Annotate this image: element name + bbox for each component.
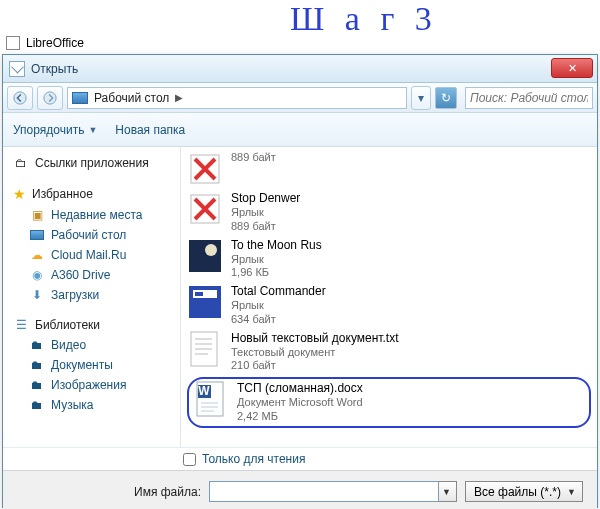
file-name: Total Commander bbox=[231, 284, 326, 299]
search-input[interactable] bbox=[470, 91, 588, 105]
organize-menu[interactable]: Упорядочить ▼ bbox=[13, 123, 97, 137]
file-name: ТСП (сломанная).docx bbox=[237, 381, 363, 396]
file-size: 210 байт bbox=[231, 359, 399, 373]
sidebar-item-label: Загрузки bbox=[51, 288, 99, 302]
file-size: 889 байт bbox=[231, 151, 276, 165]
documents-icon: 🖿 bbox=[29, 358, 45, 372]
filename-input[interactable] bbox=[209, 481, 439, 502]
sidebar: 🗀 Ссылки приложения ★ Избранное ▣Недавни… bbox=[3, 147, 181, 447]
music-icon: 🖿 bbox=[29, 398, 45, 412]
organize-label: Упорядочить bbox=[13, 123, 84, 137]
list-item[interactable]: Total CommanderЯрлык634 байт bbox=[187, 282, 591, 329]
file-size: 2,42 МБ bbox=[237, 410, 363, 424]
file-name: To the Moon Rus bbox=[231, 238, 322, 253]
svg-point-1 bbox=[44, 91, 56, 103]
new-folder-button[interactable]: Новая папка bbox=[115, 123, 185, 137]
txt-icon bbox=[187, 331, 223, 367]
chevron-right-icon: ▶ bbox=[175, 92, 183, 103]
sidebar-item-recent[interactable]: ▣Недавние места bbox=[7, 205, 176, 225]
svg-point-0 bbox=[14, 91, 26, 103]
sidebar-item-desktop[interactable]: Рабочий стол bbox=[7, 225, 176, 245]
word-icon: W bbox=[193, 381, 229, 417]
list-item[interactable]: To the Moon RusЯрлык1,96 КБ bbox=[187, 236, 591, 283]
sidebar-item-documents[interactable]: 🖿Документы bbox=[7, 355, 176, 375]
sidebar-item-label: Недавние места bbox=[51, 208, 142, 222]
svg-point-5 bbox=[205, 244, 217, 256]
sidebar-item-label: A360 Drive bbox=[51, 268, 110, 282]
chevron-down-icon: ▼ bbox=[442, 487, 451, 497]
nav-forward-button[interactable] bbox=[37, 86, 63, 110]
open-file-dialog: Открыть ✕ Рабочий стол ▶ ▾ ↻ Упорядочить… bbox=[2, 54, 598, 508]
breadcrumb-text: Рабочий стол bbox=[94, 91, 169, 105]
sidebar-item-label: Cloud Mail.Ru bbox=[51, 248, 126, 262]
readonly-label: Только для чтения bbox=[202, 452, 305, 466]
star-icon: ★ bbox=[13, 186, 26, 202]
recent-icon: ▣ bbox=[29, 208, 45, 222]
file-type: Ярлык bbox=[231, 253, 322, 267]
new-folder-label: Новая папка bbox=[115, 123, 185, 137]
sidebar-item-music[interactable]: 🖿Музыка bbox=[7, 395, 176, 415]
sidebar-item-downloads[interactable]: ⬇Загрузки bbox=[7, 285, 176, 305]
shortcut-icon bbox=[187, 191, 223, 227]
file-name: Новый текстовый документ.txt bbox=[231, 331, 399, 346]
chevron-down-icon: ▼ bbox=[567, 487, 576, 497]
toolbar: Упорядочить ▼ Новая папка bbox=[3, 113, 597, 147]
file-list[interactable]: 889 байт Stop DenwerЯрлык889 байт To the… bbox=[181, 147, 597, 447]
file-type: Ярлык bbox=[231, 206, 300, 220]
dialog-title: Открыть bbox=[31, 62, 78, 76]
downloads-icon: ⬇ bbox=[29, 288, 45, 302]
dialog-icon bbox=[9, 61, 25, 77]
video-icon: 🖿 bbox=[29, 338, 45, 352]
totalcmd-icon bbox=[187, 284, 223, 320]
sidebar-item-images[interactable]: 🖿Изображения bbox=[7, 375, 176, 395]
readonly-checkbox-row: Только для чтения bbox=[3, 447, 597, 470]
breadcrumb-history-button[interactable]: ▾ bbox=[411, 86, 431, 110]
file-type: Ярлык bbox=[231, 299, 326, 313]
shortcut-icon bbox=[187, 151, 223, 187]
dialog-body: 🗀 Ссылки приложения ★ Избранное ▣Недавни… bbox=[3, 147, 597, 447]
file-name: Stop Denwer bbox=[231, 191, 300, 206]
filename-history-button[interactable]: ▼ bbox=[439, 481, 457, 502]
search-box[interactable] bbox=[465, 87, 593, 109]
readonly-checkbox[interactable] bbox=[183, 453, 196, 466]
file-type-filter[interactable]: Все файлы (*.*) ▼ bbox=[465, 481, 583, 502]
game-icon bbox=[187, 238, 223, 274]
refresh-button[interactable]: ↻ bbox=[435, 87, 457, 109]
app-title-text: LibreOffice bbox=[26, 36, 84, 50]
libraries-icon: ☰ bbox=[13, 318, 29, 332]
list-item-highlighted[interactable]: W ТСП (сломанная).docxДокумент Microsoft… bbox=[187, 377, 591, 428]
desktop-icon bbox=[72, 92, 88, 104]
close-button[interactable]: ✕ bbox=[551, 58, 593, 78]
handwriting-annotation: Ш а г 3 bbox=[290, 0, 438, 38]
list-item[interactable]: Новый текстовый документ.txtТекстовый до… bbox=[187, 329, 591, 376]
svg-rect-4 bbox=[189, 240, 221, 272]
sidebar-favorites[interactable]: ★ Избранное bbox=[7, 183, 176, 205]
file-type: Текстовый документ bbox=[231, 346, 399, 360]
sidebar-item-label: Ссылки приложения bbox=[35, 156, 149, 170]
chevron-down-icon: ▼ bbox=[88, 125, 97, 135]
desktop-icon bbox=[29, 228, 45, 242]
list-item[interactable]: Stop DenwerЯрлык889 байт bbox=[187, 189, 591, 236]
sidebar-libraries[interactable]: ☰ Библиотеки bbox=[7, 315, 176, 335]
nav-bar: Рабочий стол ▶ ▾ ↻ bbox=[3, 83, 597, 113]
sidebar-item-a360[interactable]: ◉A360 Drive bbox=[7, 265, 176, 285]
nav-back-button[interactable] bbox=[7, 86, 33, 110]
images-icon: 🖿 bbox=[29, 378, 45, 392]
sidebar-item-video[interactable]: 🖿Видео bbox=[7, 335, 176, 355]
dialog-footer: Имя файла: ▼ Все файлы (*.*) ▼ Version ▼… bbox=[3, 470, 597, 509]
sidebar-item-cloud[interactable]: ☁Cloud Mail.Ru bbox=[7, 245, 176, 265]
cloud-icon: ☁ bbox=[29, 248, 45, 262]
file-size: 889 байт bbox=[231, 220, 300, 234]
sidebar-item-label: Музыка bbox=[51, 398, 93, 412]
sidebar-group-label: Библиотеки bbox=[35, 318, 100, 332]
svg-text:W: W bbox=[198, 384, 210, 398]
drive-icon: ◉ bbox=[29, 268, 45, 282]
app-icon bbox=[6, 36, 20, 50]
filename-label: Имя файла: bbox=[17, 485, 201, 499]
svg-rect-8 bbox=[195, 292, 203, 296]
file-size: 634 байт bbox=[231, 313, 326, 327]
list-item[interactable]: 889 байт bbox=[187, 149, 591, 189]
breadcrumb[interactable]: Рабочий стол ▶ bbox=[67, 87, 407, 109]
sidebar-app-links[interactable]: 🗀 Ссылки приложения bbox=[7, 153, 176, 173]
folder-icon: 🗀 bbox=[13, 156, 29, 170]
